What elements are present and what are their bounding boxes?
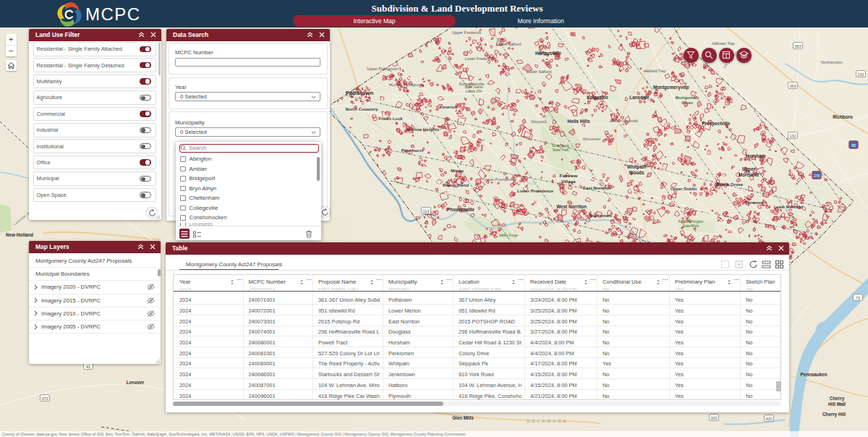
svg-text:113: 113 <box>423 209 430 213</box>
svg-text:Fricks Lock: Fricks Lock <box>378 116 403 121</box>
svg-text:Skippack: Skippack <box>531 119 547 124</box>
svg-text:363: 363 <box>794 44 801 48</box>
svg-text:232: 232 <box>857 72 864 77</box>
svg-text:Fort Washington: Fort Washington <box>678 220 703 224</box>
svg-text:Hilltown Twp: Hilltown Twp <box>712 41 734 46</box>
svg-text:Lower Providence: Lower Providence <box>517 189 554 193</box>
svg-text:Hells Hills: Hells Hills <box>567 119 590 124</box>
svg-text:132: 132 <box>789 134 796 138</box>
svg-text:Lands 234: Lands 234 <box>466 90 482 93</box>
svg-text:Montgomery: Montgomery <box>676 96 699 100</box>
svg-text:Whitpain: Whitpain <box>627 164 647 170</box>
svg-text:Pennsauken: Pennsauken <box>800 372 827 377</box>
svg-text:276: 276 <box>813 174 820 178</box>
svg-text:Limerick: Limerick <box>440 105 458 109</box>
svg-text:Worcester: Worcester <box>583 137 601 141</box>
svg-text:Richboro: Richboro <box>833 114 853 119</box>
svg-text:Upper Dublin: Upper Dublin <box>671 187 697 191</box>
svg-text:Pennhurst: Pennhurst <box>401 148 424 153</box>
svg-text:Northampton: Northampton <box>821 60 843 64</box>
svg-text:95: 95 <box>851 143 856 148</box>
svg-text:Rivers Bend: Rivers Bend <box>443 182 469 187</box>
svg-text:Willow Grove: Willow Grove <box>715 182 744 187</box>
svg-text:320: 320 <box>710 416 717 420</box>
svg-text:Upper Frederick: Upper Frederick <box>452 30 481 35</box>
svg-text:Upper Providence: Upper Providence <box>483 177 514 182</box>
svg-text:Lenover: Lenover <box>127 380 145 385</box>
svg-text:Fairview: Fairview <box>560 173 578 178</box>
svg-text:Harleysville: Harleysville <box>535 51 562 56</box>
svg-text:Phoenixville: Phoenixville <box>447 207 475 212</box>
svg-text:Glen Mills: Glen Mills <box>452 415 474 420</box>
svg-text:DELAWARE: DELAWARE <box>527 419 568 423</box>
svg-text:Lower Pottsgrove: Lower Pottsgrove <box>391 82 423 87</box>
svg-text:East Norriton: East Norriton <box>583 186 610 190</box>
svg-text:Evansburg: Evansburg <box>553 144 569 148</box>
svg-text:Horsham: Horsham <box>746 153 766 158</box>
svg-text:Woods: Woods <box>629 170 644 175</box>
svg-text:Terwood: Terwood <box>745 200 764 205</box>
svg-text:420: 420 <box>765 417 772 421</box>
svg-text:Upper Pottsgrove: Upper Pottsgrove <box>367 67 397 71</box>
svg-text:State Park: State Park <box>683 224 699 228</box>
svg-text:Lower Gwynedd: Lower Gwynedd <box>610 119 638 123</box>
svg-text:Hatfield Twp: Hatfield Twp <box>644 69 666 73</box>
svg-text:Cherry Hill: Cherry Hill <box>822 412 846 417</box>
svg-text:Montgomeryville: Montgomeryville <box>653 85 690 90</box>
svg-text:Barlow Heights: Barlow Heights <box>407 127 440 132</box>
svg-text:Green: Green <box>681 101 693 105</box>
svg-text:North Coventry: North Coventry <box>345 106 378 111</box>
svg-text:Village: Village <box>561 179 576 184</box>
svg-text:Upper Salford: Upper Salford <box>496 42 522 46</box>
svg-text:Prospectville: Prospectville <box>702 121 731 127</box>
svg-text:State Game: State Game <box>464 85 483 89</box>
svg-text:Cherry: Cherry <box>830 396 845 402</box>
svg-text:Kulpsville: Kulpsville <box>587 95 608 101</box>
svg-text:Moreland: Moreland <box>739 172 759 177</box>
svg-text:Lansdale: Lansdale <box>629 95 650 100</box>
svg-text:41: 41 <box>86 365 90 369</box>
svg-text:New Holland: New Holland <box>6 232 33 237</box>
svg-text:Norristown: Norristown <box>589 213 612 218</box>
svg-text:State Park: State Park <box>553 148 569 152</box>
svg-text:West Norriton: West Norriton <box>556 204 587 209</box>
svg-text:Valley Forge: Valley Forge <box>499 234 519 237</box>
svg-text:Upper: Upper <box>742 166 756 172</box>
svg-text:372: 372 <box>41 396 48 401</box>
svg-text:73: 73 <box>856 296 860 300</box>
svg-text:Hill Mall: Hill Mall <box>828 402 846 407</box>
svg-text:Lower Frederick: Lower Frederick <box>465 56 493 61</box>
svg-text:Lower Salford: Lower Salford <box>527 69 552 74</box>
svg-text:363: 363 <box>789 84 796 88</box>
svg-text:Mingo: Mingo <box>451 168 464 173</box>
svg-text:Lower Moreland: Lower Moreland <box>774 205 803 209</box>
svg-text:Pottstown: Pottstown <box>346 90 374 96</box>
